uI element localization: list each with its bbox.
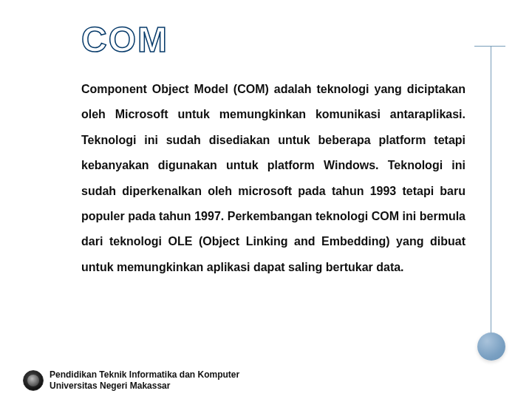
- page-title: COM: [81, 19, 168, 60]
- footer-line2: Universitas Negeri Makassar: [50, 381, 239, 392]
- footer: Pendidikan Teknik Informatika dan Komput…: [23, 369, 239, 392]
- footer-line1: Pendidikan Teknik Informatika dan Komput…: [50, 369, 239, 381]
- accent-circle-icon: [477, 332, 505, 361]
- slide: COM Component Object Model (COM) adalah …: [0, 0, 532, 399]
- footer-text: Pendidikan Teknik Informatika dan Komput…: [50, 369, 239, 392]
- institution-logo-icon: [23, 370, 44, 391]
- decorative-line-top: [474, 46, 505, 47]
- decorative-line-right: [491, 46, 491, 347]
- body-paragraph: Component Object Model (COM) adalah tekn…: [81, 77, 466, 280]
